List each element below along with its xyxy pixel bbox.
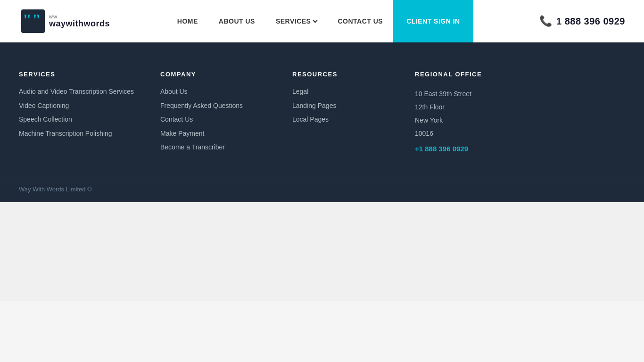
footer-link-local-pages[interactable]: Local Pages (292, 115, 396, 124)
footer-link-make-payment[interactable]: Make Payment (160, 129, 273, 139)
footer-address-line1: 10 East 39th Street (415, 90, 471, 98)
footer-link-legal[interactable]: Legal (292, 87, 396, 97)
footer-resources-col: RESOURCES Legal Landing Pages Local Page… (292, 71, 396, 157)
nav-contact[interactable]: CONTACT US (327, 17, 393, 25)
nav-about[interactable]: ABOUT US (208, 17, 265, 25)
logo[interactable]: " " ww waywithwords (19, 7, 110, 35)
footer-grid: SERVICES Audio and Video Transcription S… (19, 71, 585, 157)
chevron-down-icon (313, 18, 318, 23)
footer-city: New York (415, 116, 443, 124)
footer-link-video-captioning[interactable]: Video Captioning (19, 101, 141, 111)
footer-link-audio-video[interactable]: Audio and Video Transcription Services (19, 87, 141, 97)
copyright-text: Way With Words Limited © (19, 186, 92, 193)
footer-link-contact-us[interactable]: Contact Us (160, 115, 273, 124)
nav-services[interactable]: SERVICES (265, 17, 328, 25)
footer-zip: 10016 (415, 130, 433, 137)
footer-resources-title: RESOURCES (292, 71, 396, 78)
footer-regional-address: 10 East 39th Street 12th Floor New York … (415, 87, 585, 140)
phone-number: 1 888 396 0929 (556, 16, 625, 27)
phone-number-wrap[interactable]: 📞 1 888 396 0929 (530, 15, 625, 27)
footer-link-machine-transcription[interactable]: Machine Transcription Polishing (19, 129, 141, 139)
below-footer-area (0, 202, 644, 301)
footer: SERVICES Audio and Video Transcription S… (0, 42, 644, 176)
footer-link-speech-collection[interactable]: Speech Collection (19, 115, 141, 124)
footer-link-become-transcriber[interactable]: Become a Transcriber (160, 143, 273, 152)
footer-link-faq[interactable]: Frequently Asked Questions (160, 101, 273, 111)
nav-client-signin[interactable]: CLIENT SIGN IN (393, 0, 473, 42)
header: " " ww waywithwords HOME ABOUT US SERVIC… (0, 0, 644, 42)
footer-regional-col: REGIONAL OFFICE 10 East 39th Street 12th… (415, 71, 585, 157)
footer-services-title: SERVICES (19, 71, 141, 78)
footer-link-about-us[interactable]: About Us (160, 87, 273, 97)
footer-regional-title: REGIONAL OFFICE (415, 71, 585, 78)
footer-regional-phone[interactable]: +1 888 396 0929 (415, 145, 585, 153)
footer-company-col: COMPANY About Us Frequently Asked Questi… (160, 71, 273, 157)
svg-text:": " (23, 11, 32, 28)
phone-icon: 📞 (539, 15, 553, 27)
footer-services-col: SERVICES Audio and Video Transcription S… (19, 71, 141, 157)
footer-bottom: Way With Words Limited © (0, 176, 644, 202)
logo-brand: waywithwords (49, 19, 110, 29)
svg-text:": " (32, 11, 41, 28)
main-nav: HOME ABOUT US SERVICES CONTACT US CLIENT… (167, 0, 473, 42)
footer-company-title: COMPANY (160, 71, 273, 78)
footer-link-landing-pages[interactable]: Landing Pages (292, 101, 396, 111)
footer-address-line2: 12th Floor (415, 103, 445, 111)
nav-home[interactable]: HOME (167, 17, 208, 25)
